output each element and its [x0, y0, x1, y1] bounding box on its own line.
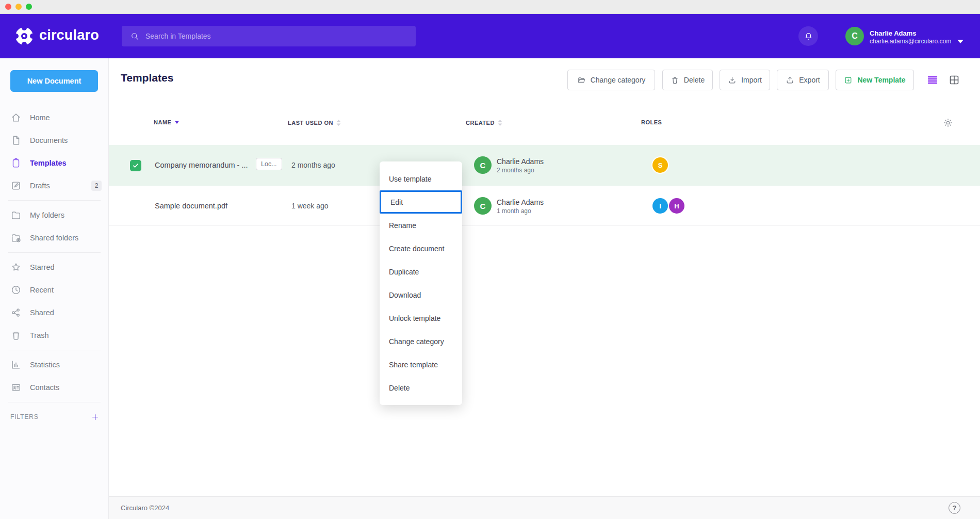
column-header-last-used[interactable]: LAST USED ON — [288, 119, 341, 126]
import-icon — [728, 76, 737, 85]
column-label: NAME — [154, 119, 171, 125]
sidebar: New Document Home Documents Templates Dr… — [0, 58, 109, 519]
role-avatar[interactable]: H — [669, 198, 684, 214]
template-name[interactable]: Company memorandum - ... — [155, 161, 248, 169]
app-header: circularo C Charlie Adams charlie.adams@… — [0, 14, 980, 58]
sort-desc-icon — [174, 120, 179, 124]
locked-badge: Loc... — [256, 158, 282, 170]
search-input[interactable] — [145, 32, 393, 40]
sidebar-item-trash[interactable]: Trash — [0, 324, 109, 347]
draft-icon — [10, 180, 22, 191]
last-used-value: 2 months ago — [291, 161, 335, 169]
creator-avatar: C — [474, 156, 492, 174]
minimize-window-button[interactable] — [15, 4, 22, 10]
macos-titlebar — [0, 0, 980, 14]
statistics-icon — [10, 359, 22, 370]
contacts-icon — [10, 382, 22, 393]
column-header-name[interactable]: NAME — [154, 119, 179, 125]
sidebar-item-label: Trash — [30, 331, 49, 339]
help-button[interactable]: ? — [949, 502, 960, 514]
menu-item-share-template[interactable]: Share template — [380, 353, 462, 376]
menu-item-unlock-template[interactable]: Unlock template — [380, 306, 462, 330]
shared-folder-icon — [10, 232, 22, 244]
delete-button[interactable]: Delete — [662, 70, 713, 90]
app-window: circularo C Charlie Adams charlie.adams@… — [0, 0, 980, 519]
menu-item-change-category[interactable]: Change category — [380, 330, 462, 353]
sidebar-item-shared[interactable]: Shared — [0, 301, 109, 324]
sidebar-item-my-folders[interactable]: My folders — [0, 204, 109, 226]
change-category-button[interactable]: Change category — [567, 70, 655, 90]
menu-item-delete[interactable]: Delete — [380, 376, 462, 399]
role-avatar[interactable]: I — [652, 198, 668, 214]
sidebar-item-starred[interactable]: Starred — [0, 256, 109, 279]
user-menu-chevron-down-icon[interactable] — [957, 40, 963, 43]
grid-view-toggle[interactable] — [947, 73, 961, 87]
search-bar[interactable] — [122, 26, 416, 46]
new-template-button[interactable]: New Template — [836, 70, 914, 90]
import-label: Import — [741, 76, 762, 84]
document-icon — [10, 135, 22, 146]
footer: Circularo ©2024 ? — [109, 496, 980, 519]
sidebar-nav: Home Documents Templates Drafts 2 My fol… — [0, 106, 109, 428]
user-name: Charlie Adams — [870, 29, 917, 37]
menu-item-duplicate[interactable]: Duplicate — [380, 260, 462, 283]
new-document-button[interactable]: New Document — [10, 70, 98, 92]
menu-item-create-document[interactable]: Create document — [380, 237, 462, 260]
sidebar-item-label: Documents — [30, 136, 68, 144]
template-icon — [10, 157, 22, 169]
plus-square-icon — [844, 76, 853, 85]
sidebar-item-drafts[interactable]: Drafts 2 — [0, 174, 109, 197]
home-icon — [10, 112, 22, 123]
sidebar-item-label: Drafts — [30, 182, 50, 190]
sidebar-item-label: Shared folders — [30, 234, 78, 242]
export-label: Export — [799, 76, 820, 84]
check-icon — [132, 162, 139, 169]
list-view-toggle[interactable] — [925, 73, 940, 87]
sort-both-icon — [336, 119, 341, 126]
column-header-created[interactable]: CREATED — [466, 119, 502, 126]
bell-icon — [804, 31, 813, 41]
export-icon — [786, 76, 794, 85]
sidebar-item-documents[interactable]: Documents — [0, 129, 109, 152]
close-window-button[interactable] — [5, 4, 11, 10]
creator-name: Charlie Adams — [497, 157, 544, 166]
last-used-value: 1 week ago — [291, 202, 329, 210]
table-row[interactable] — [109, 186, 980, 226]
export-button[interactable]: Export — [777, 70, 829, 90]
context-menu: Use template Edit Rename Create document… — [380, 161, 462, 405]
maximize-window-button[interactable] — [26, 4, 32, 10]
row-checkbox-checked[interactable] — [130, 160, 141, 171]
search-icon — [130, 31, 139, 41]
sidebar-item-contacts[interactable]: Contacts — [0, 376, 109, 399]
sidebar-item-home[interactable]: Home — [0, 106, 109, 129]
brand-name: circularo — [39, 27, 99, 43]
drafts-count-badge: 2 — [91, 181, 102, 191]
sidebar-item-recent[interactable]: Recent — [0, 279, 109, 301]
creator-when: 1 month ago — [497, 207, 531, 215]
import-button[interactable]: Import — [720, 70, 770, 90]
copyright-text: Circularo ©2024 — [121, 504, 169, 512]
sidebar-item-statistics[interactable]: Statistics — [0, 353, 109, 376]
sidebar-item-label: Statistics — [30, 361, 60, 369]
notifications-button[interactable] — [798, 26, 818, 46]
sidebar-item-label: My folders — [30, 211, 64, 219]
star-icon — [10, 262, 22, 273]
user-email: charlie.adams@circularo.com — [870, 38, 951, 45]
creator-avatar: C — [474, 197, 492, 215]
filters-label: FILTERS — [10, 413, 39, 420]
menu-item-rename[interactable]: Rename — [380, 214, 462, 237]
sidebar-item-templates[interactable]: Templates — [0, 152, 109, 174]
table-settings-button[interactable] — [941, 116, 955, 130]
menu-item-download[interactable]: Download — [380, 283, 462, 306]
sidebar-item-label: Shared — [30, 309, 54, 317]
menu-item-use-template[interactable]: Use template — [380, 167, 462, 190]
sidebar-item-shared-folders[interactable]: Shared folders — [0, 226, 109, 249]
trash-icon — [10, 330, 22, 341]
menu-item-edit[interactable]: Edit — [380, 190, 462, 214]
add-filter-plus-icon[interactable] — [91, 413, 100, 421]
sidebar-item-label: Starred — [30, 263, 55, 271]
user-avatar[interactable]: C — [845, 27, 864, 45]
role-avatar[interactable]: S — [652, 157, 668, 173]
template-name[interactable]: Sample document.pdf — [155, 202, 227, 210]
page-title: Templates — [121, 72, 173, 84]
